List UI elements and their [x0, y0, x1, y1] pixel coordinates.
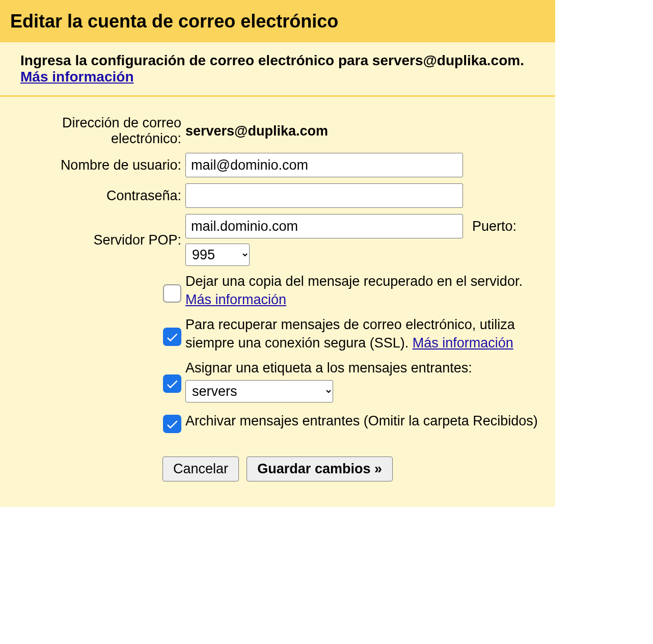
- port-select[interactable]: 995: [185, 244, 250, 266]
- button-row: Cancelar Guardar cambios »: [10, 436, 545, 481]
- save-button[interactable]: Guardar cambios »: [247, 457, 393, 481]
- cancel-button[interactable]: Cancelar: [162, 457, 239, 481]
- label-row: Asignar una etiqueta a los mensajes entr…: [10, 356, 545, 406]
- settings-form: Dirección de correo electrónico: servers…: [10, 112, 545, 436]
- password-input[interactable]: [185, 183, 463, 208]
- archive-checkbox[interactable]: [163, 415, 181, 433]
- pop-label: Servidor POP:: [10, 211, 183, 269]
- intro-text: Ingresa la configuración de correo elect…: [0, 42, 555, 97]
- leave-copy-text: Dejar una copia del mensaje recuperado e…: [185, 274, 523, 289]
- check-icon: [165, 417, 179, 432]
- ssl-checkbox[interactable]: [163, 328, 181, 346]
- label-select[interactable]: servers: [185, 380, 333, 403]
- email-row: Dirección de correo electrónico: servers…: [10, 112, 545, 150]
- label-text: Asignar una etiqueta a los mensajes entr…: [185, 359, 543, 377]
- ssl-learn-more-link[interactable]: Más información: [413, 335, 513, 351]
- dialog-header: Editar la cuenta de correo electrónico: [0, 2, 555, 42]
- username-input[interactable]: [185, 153, 463, 177]
- archive-row: Archivar mensajes entrantes (Omitir la c…: [10, 406, 545, 436]
- username-label: Nombre de usuario:: [10, 150, 183, 180]
- username-row: Nombre de usuario:: [10, 150, 545, 180]
- leave-copy-row: Dejar una copia del mensaje recuperado e…: [10, 269, 545, 312]
- ssl-row: Para recuperar mensajes de correo electr…: [10, 312, 545, 356]
- port-label: Puerto:: [472, 219, 516, 234]
- dialog-title: Editar la cuenta de correo electrónico: [10, 11, 545, 32]
- leave-copy-learn-more-link[interactable]: Más información: [185, 292, 286, 307]
- email-value: servers@duplika.com: [183, 112, 545, 150]
- password-row: Contraseña:: [10, 180, 545, 211]
- pop-row: Servidor POP: Puerto: 995: [10, 211, 545, 269]
- archive-text: Archivar mensajes entrantes (Omitir la c…: [185, 413, 538, 428]
- pop-server-input[interactable]: [185, 214, 463, 238]
- form-area: Dirección de correo electrónico: servers…: [0, 97, 555, 487]
- leave-copy-checkbox[interactable]: [163, 284, 181, 303]
- email-label: Dirección de correo electrónico:: [10, 112, 183, 150]
- intro-text-content: Ingresa la configuración de correo elect…: [20, 52, 524, 68]
- check-icon: [165, 377, 179, 391]
- check-icon: [165, 330, 179, 344]
- password-label: Contraseña:: [10, 180, 183, 211]
- label-checkbox[interactable]: [163, 374, 181, 393]
- edit-email-account-dialog: Editar la cuenta de correo electrónico I…: [0, 0, 555, 507]
- intro-learn-more-link[interactable]: Más información: [20, 69, 133, 85]
